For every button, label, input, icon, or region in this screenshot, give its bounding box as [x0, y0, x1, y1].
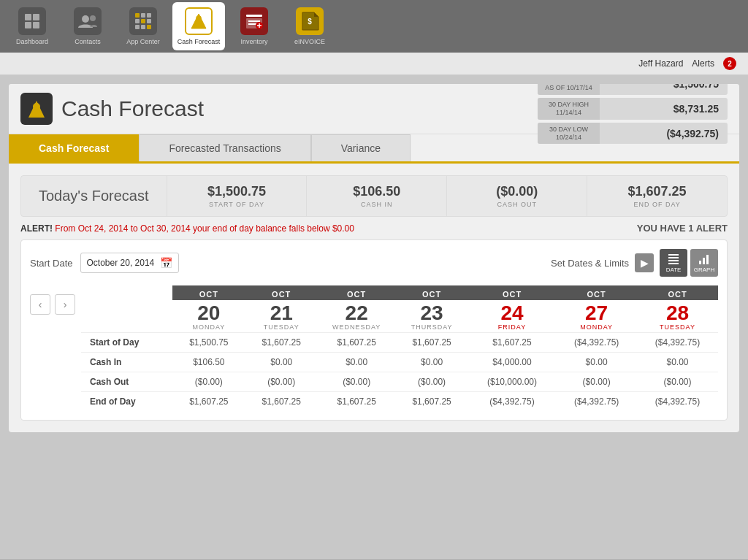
weekday-0: MONDAY: [175, 323, 242, 331]
alerts-label[interactable]: Alerts: [692, 58, 714, 69]
app-logo: [20, 93, 53, 125]
inventory-label: Inventory: [240, 38, 267, 45]
cell-0-4: $1,607.25: [468, 333, 556, 353]
alerts-badge[interactable]: 2: [723, 57, 736, 70]
weekday-1: TUESDAY: [248, 323, 315, 331]
date-number-1: 21: [248, 303, 315, 323]
calendar-section: Start Date October 20, 2014 📅 Set Dates …: [20, 239, 728, 421]
tab-cash-forecast[interactable]: Cash Forecast: [9, 134, 139, 161]
set-dates-button[interactable]: Set Dates & Limits: [551, 258, 629, 269]
end-of-day-value: $1,607.25: [628, 184, 687, 199]
graph-view-label: GRAPH: [694, 266, 714, 273]
month-header-6: OCT: [637, 285, 718, 300]
high-row: 30 DAY HIGH11/14/14 $8,731.25: [538, 98, 728, 120]
nav-inventory[interactable]: Inventory: [228, 2, 280, 50]
end-of-day-metric: $1,607.25 END OF DAY: [587, 176, 727, 216]
cell-1-6: $0.00: [637, 353, 718, 372]
calendar-nav: ‹ › OCTOCTOCTOCTOCTOCTOCT 20MONDAY21TUES…: [30, 285, 718, 411]
date-view-button[interactable]: DATE: [660, 249, 687, 277]
cell-3-1: $1,607.25: [245, 392, 318, 412]
calendar-icon: 📅: [160, 257, 172, 269]
view-toggle: DATE GRAPH: [660, 249, 718, 277]
dashboard-icon: [18, 7, 46, 35]
main-content: Cash Forecast BANK BALANCEAS OF 10/17/14…: [0, 75, 748, 559]
set-dates-arrow-button[interactable]: ▶: [635, 253, 654, 272]
cell-1-0: $106.50: [172, 353, 245, 372]
svg-rect-33: [706, 255, 709, 264]
einvoice-label: eINVOICE: [294, 38, 325, 45]
svg-point-4: [82, 15, 89, 23]
app-header: Cash Forecast BANK BALANCEAS OF 10/17/14…: [9, 84, 739, 134]
right-controls: Set Dates & Limits ▶ DATE: [551, 249, 718, 277]
appcenter-label: App Center: [126, 38, 160, 45]
bank-balance-value: $1,500.75: [600, 84, 728, 93]
page-title: Cash Forecast: [61, 96, 204, 121]
date-number-3: 23: [398, 303, 465, 323]
svg-rect-1: [33, 14, 39, 20]
date-input[interactable]: October 20, 2014 📅: [80, 253, 180, 273]
cell-1-5: $0.00: [556, 353, 637, 372]
row-label-2: Cash Out: [81, 372, 172, 392]
date-cell-4: 24FRIDAY: [468, 300, 556, 333]
cell-1-2: $0.00: [318, 353, 395, 372]
cell-3-5: ($4,392.75): [556, 392, 637, 412]
graph-view-button[interactable]: GRAPH: [690, 249, 718, 277]
cell-2-5: ($0.00): [556, 372, 637, 392]
cell-2-6: ($0.00): [637, 372, 718, 392]
cell-3-6: ($4,392.75): [637, 392, 718, 412]
month-header-2: OCT: [318, 285, 395, 300]
weekday-5: MONDAY: [559, 323, 634, 331]
prev-week-button[interactable]: ‹: [30, 294, 50, 315]
nav-dashboard[interactable]: Dashboard: [6, 2, 58, 50]
start-of-day-label: START OF DAY: [209, 201, 264, 208]
alert-message: From Oct 24, 2014 to Oct 30, 2014 your e…: [55, 223, 354, 234]
cell-1-1: $0.00: [245, 353, 318, 372]
cell-0-3: $1,607.25: [395, 333, 468, 353]
svg-rect-7: [141, 13, 145, 18]
weekday-4: FRIDAY: [471, 323, 553, 331]
svg-rect-13: [141, 25, 145, 29]
dashboard-label: Dashboard: [16, 38, 48, 45]
nav-cashforecast[interactable]: Cash Forecast: [172, 2, 225, 50]
nav-appcenter[interactable]: App Center: [117, 2, 169, 50]
tab-variance[interactable]: Variance: [311, 134, 411, 161]
svg-rect-9: [135, 19, 140, 23]
svg-rect-19: [248, 20, 260, 22]
nav-arrows: ‹ ›: [30, 285, 81, 315]
tab-forecasted-transactions[interactable]: Forecasted Transactions: [139, 134, 310, 161]
next-week-button[interactable]: ›: [55, 294, 75, 315]
cell-3-4: ($4,392.75): [468, 392, 556, 412]
svg-rect-17: [246, 15, 262, 17]
date-cell-2: 22WEDNESDAY: [318, 300, 395, 333]
cashforecast-icon: [185, 7, 213, 35]
cash-out-metric: ($0.00) CASH OUT: [447, 176, 587, 216]
date-view-label: DATE: [666, 266, 682, 273]
header-stats: BANK BALANCEAS OF 10/17/14 $1,500.75 30 …: [538, 84, 728, 144]
svg-rect-8: [147, 13, 151, 18]
low-value: ($4,392.75): [600, 125, 728, 142]
inventory-icon: [240, 7, 268, 35]
cell-2-1: ($0.00): [245, 372, 318, 392]
table-row: Cash Out($0.00)($0.00)($0.00)($0.00)($10…: [81, 372, 718, 392]
svg-rect-10: [141, 19, 145, 23]
weekday-3: THURSDAY: [398, 323, 465, 331]
nav-contacts[interactable]: Contacts: [61, 2, 114, 50]
user-bar: Jeff Hazard Alerts 2: [0, 53, 748, 75]
cash-out-value: ($0.00): [496, 184, 538, 199]
nav-einvoice[interactable]: $ eINVOICE: [283, 2, 336, 50]
einvoice-icon: $: [296, 7, 324, 35]
start-of-day-metric: $1,500.75 START OF DAY: [167, 176, 308, 216]
svg-rect-12: [135, 25, 140, 29]
alert-prefix: ALERT!: [20, 223, 53, 234]
date-cell-3: 23THURSDAY: [395, 300, 468, 333]
low-row: 30 DAY LOW10/24/14 ($4,392.75): [538, 123, 728, 145]
weekday-6: TUESDAY: [640, 323, 715, 331]
date-cell-5: 27MONDAY: [556, 300, 637, 333]
svg-rect-29: [668, 260, 679, 261]
table-row: Cash In$106.50$0.00$0.00$0.00$4,000.00$0…: [81, 353, 718, 372]
date-cell-6: 28TUESDAY: [637, 300, 718, 333]
cell-3-0: $1,607.25: [172, 392, 245, 412]
svg-rect-0: [25, 14, 31, 20]
contacts-label: Contacts: [75, 38, 101, 45]
table-row: End of Day$1,607.25$1,607.25$1,607.25$1,…: [81, 392, 718, 412]
